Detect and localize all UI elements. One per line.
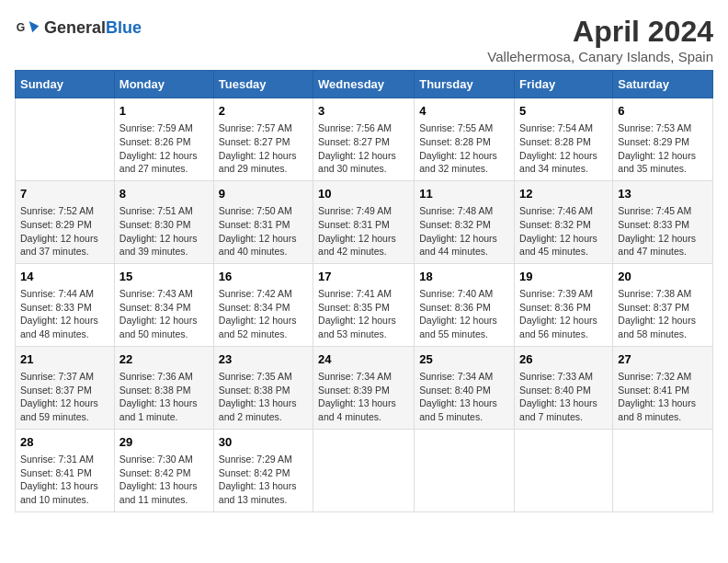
cell-line: Daylight: 13 hours and 2 minutes. (219, 396, 308, 423)
day-number: 18 (419, 269, 509, 285)
calendar-cell: 8Sunrise: 7:51 AMSunset: 8:30 PMDaylight… (114, 180, 213, 263)
day-number: 8 (119, 186, 209, 202)
cell-line: Sunrise: 7:44 AM (20, 287, 109, 301)
cell-line: Sunset: 8:36 PM (419, 301, 509, 315)
cell-line: Sunset: 8:27 PM (318, 135, 409, 149)
day-number: 12 (519, 186, 608, 202)
cell-line: Daylight: 12 hours and 39 minutes. (119, 232, 209, 259)
cell-line: Sunrise: 7:49 AM (318, 204, 409, 218)
cell-line: Sunrise: 7:52 AM (20, 204, 109, 218)
cell-line: Sunrise: 7:41 AM (318, 287, 409, 301)
day-number: 25 (419, 351, 509, 368)
cell-line: Sunrise: 7:39 AM (519, 287, 608, 301)
day-number: 26 (519, 351, 608, 368)
cell-line: Daylight: 13 hours and 7 minutes. (519, 396, 608, 423)
cell-line: Sunset: 8:39 PM (318, 384, 409, 397)
cell-line: Daylight: 13 hours and 5 minutes. (419, 396, 509, 423)
cell-line: Sunrise: 7:56 AM (318, 121, 409, 135)
calendar-cell (515, 429, 613, 511)
cell-line: Daylight: 12 hours and 47 minutes. (618, 232, 708, 259)
cell-line: Daylight: 12 hours and 45 minutes. (519, 232, 608, 259)
cell-line: Sunset: 8:26 PM (119, 135, 209, 149)
cell-line: Sunset: 8:27 PM (219, 135, 308, 149)
cell-line: Daylight: 12 hours and 44 minutes. (419, 232, 509, 259)
cell-line: Daylight: 12 hours and 30 minutes. (318, 149, 409, 176)
cell-line: Daylight: 12 hours and 37 minutes. (20, 232, 109, 259)
cell-line: Daylight: 12 hours and 55 minutes. (419, 314, 509, 340)
cell-line: Daylight: 13 hours and 1 minute. (119, 396, 209, 423)
day-number: 27 (618, 351, 708, 368)
cell-line: Sunset: 8:29 PM (618, 135, 708, 149)
cell-line: Daylight: 12 hours and 27 minutes. (119, 149, 209, 176)
day-number: 7 (20, 186, 109, 202)
day-number: 19 (519, 269, 608, 285)
cell-line: Sunset: 8:40 PM (419, 384, 509, 397)
calendar-cell: 21Sunrise: 7:37 AMSunset: 8:37 PMDayligh… (16, 346, 115, 429)
day-number: 6 (618, 103, 708, 120)
cell-line: Daylight: 12 hours and 34 minutes. (519, 149, 608, 176)
cell-line: Sunset: 8:36 PM (519, 301, 608, 315)
calendar-cell: 23Sunrise: 7:35 AMSunset: 8:38 PMDayligh… (213, 346, 313, 429)
header-day-monday: Monday (114, 71, 213, 98)
day-number: 30 (219, 434, 308, 451)
cell-line: Sunrise: 7:57 AM (219, 121, 308, 135)
calendar-cell: 22Sunrise: 7:36 AMSunset: 8:38 PMDayligh… (114, 346, 213, 429)
cell-line: Daylight: 12 hours and 59 minutes. (20, 396, 109, 423)
cell-line: Daylight: 13 hours and 4 minutes. (318, 396, 409, 423)
day-number: 1 (119, 103, 209, 120)
logo-blue: Blue (106, 18, 142, 37)
cell-line: Sunset: 8:34 PM (219, 301, 308, 315)
cell-line: Sunset: 8:42 PM (119, 466, 209, 480)
day-number: 24 (318, 351, 409, 368)
header: G GeneralBlue April 2024 Vallehermosa, C… (15, 15, 713, 64)
day-number: 9 (219, 186, 308, 202)
main-title: April 2024 (487, 15, 713, 49)
cell-line: Daylight: 12 hours and 53 minutes. (318, 314, 409, 340)
cell-line: Sunrise: 7:50 AM (219, 204, 308, 218)
header-day-wednesday: Wednesday (313, 71, 415, 98)
header-day-saturday: Saturday (613, 71, 713, 98)
cell-line: Sunset: 8:37 PM (618, 301, 708, 315)
cell-line: Sunset: 8:31 PM (318, 218, 409, 232)
cell-line: Daylight: 12 hours and 32 minutes. (419, 149, 509, 176)
logo: G GeneralBlue (15, 15, 142, 40)
calendar-cell: 2Sunrise: 7:57 AMSunset: 8:27 PMDaylight… (213, 98, 313, 181)
cell-line: Sunset: 8:41 PM (618, 384, 708, 397)
day-number: 5 (519, 103, 608, 120)
cell-line: Sunset: 8:41 PM (20, 466, 109, 480)
header-day-thursday: Thursday (415, 71, 515, 98)
day-number: 28 (20, 434, 109, 451)
calendar-cell: 12Sunrise: 7:46 AMSunset: 8:32 PMDayligh… (515, 180, 613, 263)
calendar-cell: 20Sunrise: 7:38 AMSunset: 8:37 PMDayligh… (613, 263, 713, 346)
calendar-cell: 11Sunrise: 7:48 AMSunset: 8:32 PMDayligh… (415, 180, 515, 263)
cell-line: Daylight: 12 hours and 58 minutes. (618, 314, 708, 340)
header-day-sunday: Sunday (16, 71, 115, 98)
calendar-cell: 6Sunrise: 7:53 AMSunset: 8:29 PMDaylight… (613, 98, 713, 181)
week-row-3: 14Sunrise: 7:44 AMSunset: 8:33 PMDayligh… (16, 263, 713, 346)
calendar-cell: 10Sunrise: 7:49 AMSunset: 8:31 PMDayligh… (313, 180, 415, 263)
cell-line: Sunset: 8:32 PM (419, 218, 509, 232)
calendar-cell: 24Sunrise: 7:34 AMSunset: 8:39 PMDayligh… (313, 346, 415, 429)
calendar-cell: 4Sunrise: 7:55 AMSunset: 8:28 PMDaylight… (415, 98, 515, 181)
day-number: 3 (318, 103, 409, 120)
cell-line: Sunrise: 7:55 AM (419, 121, 509, 135)
calendar-cell: 14Sunrise: 7:44 AMSunset: 8:33 PMDayligh… (16, 263, 115, 346)
cell-line: Sunrise: 7:45 AM (618, 204, 708, 218)
header-day-tuesday: Tuesday (213, 71, 313, 98)
cell-line: Sunset: 8:29 PM (20, 218, 109, 232)
calendar-cell: 13Sunrise: 7:45 AMSunset: 8:33 PMDayligh… (613, 180, 713, 263)
week-row-4: 21Sunrise: 7:37 AMSunset: 8:37 PMDayligh… (16, 346, 713, 429)
cell-line: Sunset: 8:28 PM (419, 135, 509, 149)
subtitle: Vallehermosa, Canary Islands, Spain (487, 49, 713, 64)
calendar-cell: 17Sunrise: 7:41 AMSunset: 8:35 PMDayligh… (313, 263, 415, 346)
cell-line: Sunset: 8:40 PM (519, 384, 608, 397)
calendar-cell: 7Sunrise: 7:52 AMSunset: 8:29 PMDaylight… (16, 180, 115, 263)
calendar-header-row: SundayMondayTuesdayWednesdayThursdayFrid… (16, 71, 713, 98)
cell-line: Sunrise: 7:51 AM (119, 204, 209, 218)
cell-line: Sunrise: 7:42 AM (219, 287, 308, 301)
cell-line: Daylight: 12 hours and 48 minutes. (20, 314, 109, 340)
cell-line: Sunset: 8:33 PM (618, 218, 708, 232)
cell-line: Daylight: 12 hours and 42 minutes. (318, 232, 409, 259)
calendar-cell (313, 429, 415, 511)
cell-line: Sunrise: 7:30 AM (119, 453, 209, 466)
